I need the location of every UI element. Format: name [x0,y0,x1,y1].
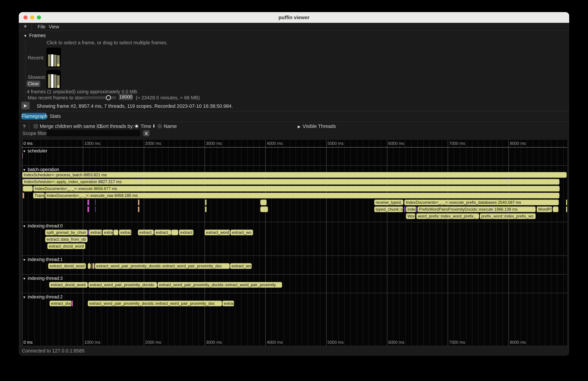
flame-scope-bar[interactable] [88,230,89,235]
flame-scope-bar[interactable] [23,186,33,191]
sort-by-time-label[interactable]: Time [141,124,151,129]
flame-scope-bar[interactable] [566,200,567,205]
flame-scope-bar[interactable] [113,230,118,235]
thread-section-header[interactable]: ▼indexing-thread:2 [23,294,63,300]
flame-scope-bar[interactable]: extract [89,230,102,235]
flame-scope-bar[interactable] [260,200,267,205]
flame-scope-bar[interactable] [89,200,89,205]
flame-scope-bar[interactable]: extract::data_from_ob [45,236,88,242]
flame-scope-bar[interactable]: Trans [33,193,45,198]
flame-scope-bar[interactable] [95,200,96,205]
flame-scope-bar[interactable]: extract_docid_word [49,282,88,288]
flame-scope-bar[interactable] [171,230,178,235]
flame-scope-bar[interactable] [138,207,139,212]
flame-scope-bar[interactable] [87,207,89,212]
flame-scope-bar[interactable] [416,207,417,212]
clear-filter-button[interactable]: x [143,130,149,136]
slowest-frames-thumbnail[interactable] [46,70,61,89]
sort-by-name-label[interactable]: Name [164,124,177,129]
flame-scope-bar[interactable] [205,207,207,212]
frame-bar[interactable] [57,75,60,88]
flame-scope-bar[interactable]: prefix_word::index_prefix_wo [480,213,536,219]
frames-section-header[interactable]: ▼Frames [23,33,46,38]
flame-scope-bar[interactable] [205,200,207,205]
flame-scope-bar[interactable]: receive_typed_ [374,200,403,205]
frame-bar[interactable] [57,55,60,66]
tab-stats[interactable]: Stats [49,113,61,120]
flame-scope-bar[interactable] [138,200,139,205]
frame-bar[interactable] [51,74,54,88]
flame-scope-bar[interactable] [89,207,89,212]
flame-scope-bar[interactable]: typed_chunk::w [374,207,403,212]
flame-scope-bar[interactable] [566,207,567,212]
flame-scope-bar[interactable] [87,200,89,205]
flame-scope-bar[interactable]: WordPr [537,207,552,212]
flame-scope-bar[interactable]: extrac [119,230,131,235]
sort-by-name-radio[interactable] [157,124,162,128]
flame-scope-bar[interactable] [23,193,24,198]
flame-scope-bar[interactable] [72,301,73,306]
flame-scope-bar[interactable] [95,207,96,212]
flame-scope-bar[interactable]: extract_word_pair_proximity_docids::extr… [95,263,230,269]
thread-section-header[interactable]: ▼indexing-thread:3 [23,276,63,281]
flamegraph-canvas[interactable]: 0 ms1000 ms2000 ms3000 ms4000 ms5000 ms6… [21,140,567,346]
flame-scope-bar[interactable] [260,207,268,212]
frame-bar[interactable] [54,75,57,88]
flame-scope-bar[interactable]: word_prefix::index_word_prefix_ [416,213,479,219]
flame-scope-bar[interactable]: extract_word_pair_proximity_docids::extr… [88,301,222,306]
flame-scope-bar[interactable]: extract_word [205,230,230,235]
flame-scope-bar[interactable]: split_grenad_by_chun [45,230,88,235]
flame-scope-bar[interactable]: IndexScheduler>::apply_index_operation 8… [22,179,560,185]
clear-button[interactable]: Clear [26,81,40,87]
frame-bar[interactable] [51,54,54,66]
frame-bar[interactable] [48,54,50,66]
max-frames-value[interactable]: 18000 [119,94,133,100]
tab-flamegraph[interactable]: Flamegraph [21,113,47,120]
menu-file[interactable]: File [38,24,45,30]
flame-scope-bar[interactable]: extra [103,230,113,235]
merge-children-label[interactable]: Merge children with same ID [40,124,101,129]
frame-bar[interactable] [48,74,50,88]
flame-scope-bar[interactable] [92,263,93,269]
max-frames-slider-knob[interactable] [106,95,111,100]
help-button[interactable]: ? [23,124,25,129]
flame-scope-bar[interactable]: extract_ [154,230,171,235]
thread-section-header[interactable]: ▼scheduler [23,148,47,154]
flame-scope-bar[interactable]: IndexScheduler>::process_batch 8953.821 … [22,172,567,178]
max-frames-slider[interactable] [82,96,116,99]
recent-frames-thumbnail[interactable] [46,48,61,67]
flame-scope-bar[interactable] [404,207,405,212]
flame-scope-bar[interactable]: extract_word_pair_proximity_docids [88,282,157,288]
visible-threads-header[interactable]: ▶Visible Threads [298,124,336,129]
flame-scope-bar[interactable]: IndexDocuments<_, _>::execute_raw 8459.1… [45,193,560,198]
flame-scope-bar[interactable]: IndexDocuments<_, _>::execute_prefix_dat… [404,200,559,205]
thread-section-header[interactable]: ▼batch-operation [23,167,59,172]
flame-scope-bar[interactable]: index [406,207,416,212]
flame-scope-bar[interactable]: extract_wo [230,263,252,269]
flame-scope-bar[interactable]: extract [179,230,193,235]
scope-filter-input[interactable] [46,130,140,136]
merge-children-checkbox[interactable] [33,124,38,128]
flame-scope-bar[interactable]: PrefixWordPairsProximityDocids::execute … [418,207,536,212]
theme-toggle-icon[interactable]: ✳ [23,24,27,29]
flame-scope-bar[interactable]: extract_word_pair_proximity_docids::extr… [158,282,282,288]
frame-bar[interactable] [54,55,57,66]
flame-scope-bar[interactable]: Word [406,213,415,219]
flame-scope-bar[interactable] [22,153,23,158]
flame-scope-bar[interactable]: extract_wo [231,230,253,235]
flame-scope-bar[interactable]: extract_ [138,230,154,235]
menu-view[interactable]: View [49,24,59,30]
flame-scope-bar[interactable]: extract_docid_word [48,263,86,269]
flame-scope-bar[interactable] [93,263,94,269]
sort-by-time-radio[interactable] [134,124,139,128]
flame-scope-bar[interactable]: extrac [222,301,234,306]
play-button[interactable]: ▶ [21,102,30,109]
flame-scope-bar[interactable]: IndexDocuments<_, _>::execute 8656.677 m… [33,186,560,191]
sort-direction-arrow-icon[interactable]: ⬇ [152,124,156,129]
thread-section-header[interactable]: ▼indexing-thread:1 [23,257,63,262]
flame-scope-bar[interactable] [88,263,91,269]
flame-scope-bar[interactable]: extract_doc [49,301,71,306]
flame-scope-bar[interactable]: extract_docid_word [47,243,85,249]
flame-scope-bar[interactable] [553,207,558,212]
thread-section-header[interactable]: ▼indexing-thread:0 [23,223,63,229]
